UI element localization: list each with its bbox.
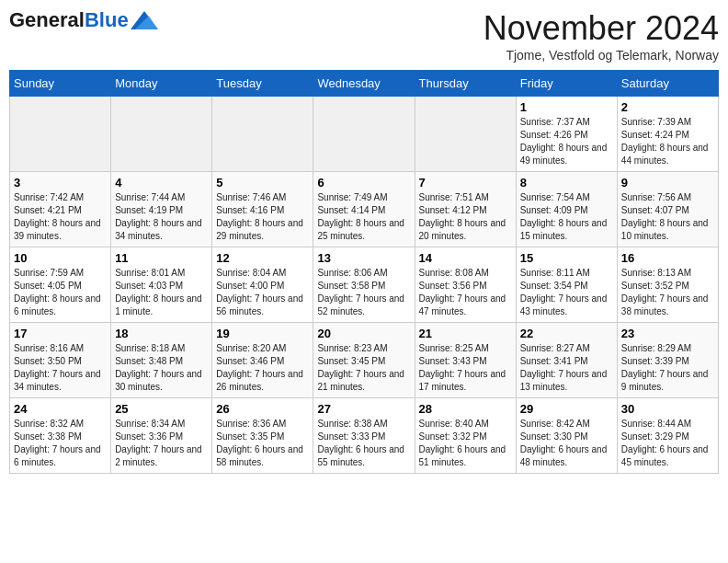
day-number: 5: [216, 176, 309, 190]
day-number: 19: [216, 327, 309, 340]
day-info: Sunrise: 7:44 AM Sunset: 4:19 PM Dayligh…: [115, 191, 208, 243]
calendar-cell: 27Sunrise: 8:38 AM Sunset: 3:33 PM Dayli…: [313, 398, 415, 474]
day-info: Sunrise: 8:27 AM Sunset: 3:41 PM Dayligh…: [520, 342, 613, 394]
day-info: Sunrise: 7:46 AM Sunset: 4:16 PM Dayligh…: [216, 191, 309, 243]
day-info: Sunrise: 8:18 AM Sunset: 3:48 PM Dayligh…: [115, 342, 208, 394]
day-number: 8: [520, 176, 613, 190]
calendar-day-header: Wednesday: [313, 71, 415, 97]
logo: GeneralBlue: [9, 9, 158, 31]
calendar-cell: 5Sunrise: 7:46 AM Sunset: 4:16 PM Daylig…: [212, 172, 313, 247]
day-info: Sunrise: 7:39 AM Sunset: 4:24 PM Dayligh…: [621, 116, 714, 167]
calendar-week-row: 10Sunrise: 7:59 AM Sunset: 4:05 PM Dayli…: [10, 247, 719, 323]
day-info: Sunrise: 8:25 AM Sunset: 3:43 PM Dayligh…: [419, 342, 512, 394]
calendar-cell: 17Sunrise: 8:16 AM Sunset: 3:50 PM Dayli…: [10, 323, 111, 398]
day-number: 15: [520, 251, 613, 265]
day-number: 12: [216, 251, 309, 265]
page-header: GeneralBlue November 2024 Tjome, Vestfol…: [9, 9, 719, 63]
day-info: Sunrise: 7:37 AM Sunset: 4:26 PM Dayligh…: [520, 116, 613, 167]
calendar-cell: 9Sunrise: 7:56 AM Sunset: 4:07 PM Daylig…: [617, 172, 718, 247]
calendar-cell: 25Sunrise: 8:34 AM Sunset: 3:36 PM Dayli…: [111, 398, 212, 474]
calendar-cell: 21Sunrise: 8:25 AM Sunset: 3:43 PM Dayli…: [415, 323, 516, 398]
calendar-cell: [212, 97, 313, 172]
day-number: 28: [419, 402, 512, 416]
calendar-week-row: 1Sunrise: 7:37 AM Sunset: 4:26 PM Daylig…: [10, 97, 719, 172]
day-number: 16: [621, 251, 714, 265]
calendar-cell: 2Sunrise: 7:39 AM Sunset: 4:24 PM Daylig…: [617, 97, 718, 172]
day-number: 18: [115, 327, 208, 340]
calendar-week-row: 3Sunrise: 7:42 AM Sunset: 4:21 PM Daylig…: [10, 172, 719, 247]
day-number: 22: [520, 327, 613, 340]
calendar-cell: 28Sunrise: 8:40 AM Sunset: 3:32 PM Dayli…: [415, 398, 516, 474]
day-info: Sunrise: 8:29 AM Sunset: 3:39 PM Dayligh…: [621, 342, 714, 394]
calendar-cell: [111, 97, 212, 172]
calendar-cell: 10Sunrise: 7:59 AM Sunset: 4:05 PM Dayli…: [10, 247, 111, 323]
day-info: Sunrise: 7:49 AM Sunset: 4:14 PM Dayligh…: [317, 191, 410, 243]
calendar-cell: 29Sunrise: 8:42 AM Sunset: 3:30 PM Dayli…: [516, 398, 617, 474]
calendar-cell: 30Sunrise: 8:44 AM Sunset: 3:29 PM Dayli…: [617, 398, 718, 474]
calendar-cell: 20Sunrise: 8:23 AM Sunset: 3:45 PM Dayli…: [313, 323, 415, 398]
calendar-cell: [415, 97, 516, 172]
subtitle: Tjome, Vestfold og Telemark, Norway: [483, 48, 719, 63]
day-number: 9: [621, 176, 714, 190]
calendar-cell: 23Sunrise: 8:29 AM Sunset: 3:39 PM Dayli…: [617, 323, 718, 398]
calendar-cell: 11Sunrise: 8:01 AM Sunset: 4:03 PM Dayli…: [111, 247, 212, 323]
day-info: Sunrise: 7:59 AM Sunset: 4:05 PM Dayligh…: [14, 267, 107, 318]
calendar-cell: 24Sunrise: 8:32 AM Sunset: 3:38 PM Dayli…: [10, 398, 111, 474]
calendar-week-row: 17Sunrise: 8:16 AM Sunset: 3:50 PM Dayli…: [10, 323, 719, 398]
day-number: 25: [115, 402, 208, 416]
calendar-cell: 8Sunrise: 7:54 AM Sunset: 4:09 PM Daylig…: [516, 172, 617, 247]
day-number: 7: [419, 176, 512, 190]
calendar-cell: 1Sunrise: 7:37 AM Sunset: 4:26 PM Daylig…: [516, 97, 617, 172]
calendar-cell: 6Sunrise: 7:49 AM Sunset: 4:14 PM Daylig…: [313, 172, 415, 247]
day-info: Sunrise: 8:44 AM Sunset: 3:29 PM Dayligh…: [621, 418, 714, 469]
day-info: Sunrise: 8:40 AM Sunset: 3:32 PM Dayligh…: [419, 418, 512, 469]
calendar-cell: 19Sunrise: 8:20 AM Sunset: 3:46 PM Dayli…: [212, 323, 313, 398]
calendar-cell: [313, 97, 415, 172]
day-number: 3: [14, 176, 107, 190]
day-number: 11: [115, 251, 208, 265]
calendar-day-header: Friday: [516, 71, 617, 97]
calendar-cell: 15Sunrise: 8:11 AM Sunset: 3:54 PM Dayli…: [516, 247, 617, 323]
calendar-cell: 18Sunrise: 8:18 AM Sunset: 3:48 PM Dayli…: [111, 323, 212, 398]
calendar-cell: 13Sunrise: 8:06 AM Sunset: 3:58 PM Dayli…: [313, 247, 415, 323]
calendar-cell: 3Sunrise: 7:42 AM Sunset: 4:21 PM Daylig…: [10, 172, 111, 247]
day-info: Sunrise: 7:42 AM Sunset: 4:21 PM Dayligh…: [14, 191, 107, 243]
day-number: 1: [520, 100, 613, 114]
day-info: Sunrise: 8:11 AM Sunset: 3:54 PM Dayligh…: [520, 267, 613, 318]
calendar-week-row: 24Sunrise: 8:32 AM Sunset: 3:38 PM Dayli…: [10, 398, 719, 474]
day-number: 14: [419, 251, 512, 265]
day-info: Sunrise: 8:38 AM Sunset: 3:33 PM Dayligh…: [317, 418, 410, 469]
day-number: 10: [14, 251, 107, 265]
day-info: Sunrise: 8:01 AM Sunset: 4:03 PM Dayligh…: [115, 267, 208, 318]
day-number: 29: [520, 402, 613, 416]
day-info: Sunrise: 8:23 AM Sunset: 3:45 PM Dayligh…: [317, 342, 410, 394]
day-number: 4: [115, 176, 208, 190]
calendar-header-row: SundayMondayTuesdayWednesdayThursdayFrid…: [10, 71, 719, 97]
day-info: Sunrise: 8:20 AM Sunset: 3:46 PM Dayligh…: [216, 342, 309, 394]
day-number: 24: [14, 402, 107, 416]
calendar-cell: 16Sunrise: 8:13 AM Sunset: 3:52 PM Dayli…: [617, 247, 718, 323]
day-info: Sunrise: 8:04 AM Sunset: 4:00 PM Dayligh…: [216, 267, 309, 318]
calendar-cell: 4Sunrise: 7:44 AM Sunset: 4:19 PM Daylig…: [111, 172, 212, 247]
day-info: Sunrise: 7:51 AM Sunset: 4:12 PM Dayligh…: [419, 191, 512, 243]
day-info: Sunrise: 8:16 AM Sunset: 3:50 PM Dayligh…: [14, 342, 107, 394]
day-number: 13: [317, 251, 410, 265]
day-number: 20: [317, 327, 410, 340]
day-number: 21: [419, 327, 512, 340]
day-info: Sunrise: 8:06 AM Sunset: 3:58 PM Dayligh…: [317, 267, 410, 318]
day-info: Sunrise: 8:13 AM Sunset: 3:52 PM Dayligh…: [621, 267, 714, 318]
calendar-cell: [10, 97, 111, 172]
day-info: Sunrise: 8:08 AM Sunset: 3:56 PM Dayligh…: [419, 267, 512, 318]
day-info: Sunrise: 8:42 AM Sunset: 3:30 PM Dayligh…: [520, 418, 613, 469]
day-number: 30: [621, 402, 714, 416]
day-number: 17: [14, 327, 107, 340]
calendar-cell: 12Sunrise: 8:04 AM Sunset: 4:00 PM Dayli…: [212, 247, 313, 323]
calendar-day-header: Sunday: [10, 71, 111, 97]
calendar-cell: 7Sunrise: 7:51 AM Sunset: 4:12 PM Daylig…: [415, 172, 516, 247]
calendar-cell: 26Sunrise: 8:36 AM Sunset: 3:35 PM Dayli…: [212, 398, 313, 474]
calendar-day-header: Tuesday: [212, 71, 313, 97]
title-section: November 2024 Tjome, Vestfold og Telemar…: [483, 9, 719, 63]
month-title: November 2024: [483, 9, 719, 48]
calendar-day-header: Saturday: [617, 71, 718, 97]
logo-icon: [131, 11, 158, 29]
